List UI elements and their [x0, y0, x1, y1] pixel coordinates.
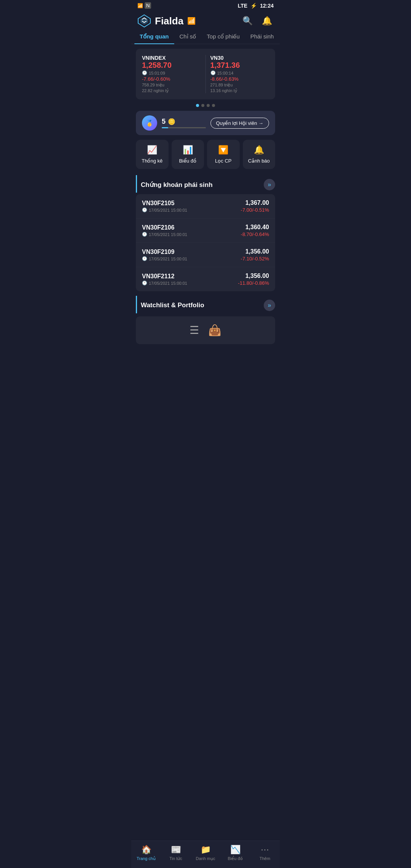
vnindex-value: 22.82 nghìn tỷ: [142, 88, 201, 93]
vn30-volume: 271.89 triệu: [210, 83, 269, 88]
dot-4: [212, 104, 215, 107]
watchlist-list-icon[interactable]: ☰: [190, 324, 199, 337]
logo-area: Fialda 📶: [137, 14, 196, 28]
header-actions: 🔍 🔔: [241, 14, 274, 27]
bieu-do-label: Biểu đồ: [179, 158, 196, 164]
watchlist-section-header: Watchlist & Portfolio »: [136, 296, 275, 313]
canh-bao-icon: 🔔: [254, 145, 264, 155]
nav-bieu-do[interactable]: 📉 Biểu đồ: [220, 845, 250, 861]
action-bieu-do[interactable]: 📊 Biểu đồ: [172, 140, 204, 169]
tab-chi-so[interactable]: Chỉ số: [174, 29, 202, 44]
action-thong-ke[interactable]: 📈 Thống kê: [136, 140, 169, 169]
vnindex-volume: 758.29 triệu: [142, 83, 201, 88]
clock-icon-s3: 🕐: [142, 281, 147, 286]
stock-change-vn30f2106: -8.70/-0.64%: [241, 231, 269, 237]
stock-time-vn30f2105: 🕐 17/05/2021 15:00:01: [142, 207, 187, 212]
status-right-info: LTE ⚡ 12:24: [238, 3, 274, 9]
watchlist-portfolio-icon[interactable]: 👜: [208, 324, 221, 337]
nav-trang-chu-icon: 🏠: [141, 845, 151, 855]
tab-top-co-phieu[interactable]: Top cổ phiếu: [201, 29, 245, 44]
notification-button[interactable]: 🔔: [260, 14, 274, 27]
dot-1: [196, 104, 199, 107]
derivative-stock-list: VN30F2105 🕐 17/05/2021 15:00:01 1,367.00…: [136, 194, 275, 291]
bottom-nav: 🏠 Trang chủ 📰 Tin tức 📁 Danh mục 📉 Biểu …: [131, 841, 280, 868]
clock-icon-s2: 🕐: [142, 256, 147, 261]
loc-cp-label: Lọc CP: [215, 158, 231, 164]
nav-them-icon: ⋯: [261, 845, 269, 855]
stock-time-vn30f2106: 🕐 17/05/2021 15:00:01: [142, 232, 187, 237]
stock-right-vn30f2106: 1,360.40 -8.70/-0.64%: [241, 224, 269, 237]
market-item-vn30: VN30 1,371.36 🕐 15:00:14 -8.66/-0.63% 27…: [206, 55, 269, 93]
derivative-more-button[interactable]: »: [264, 179, 275, 190]
action-loc-cp[interactable]: 🔽 Lọc CP: [207, 140, 240, 169]
nav-tin-tuc-label: Tin tức: [169, 856, 182, 861]
vn30-price: 1,371.36: [210, 61, 269, 70]
clock-icon-s0: 🕐: [142, 207, 147, 212]
watchlist-section: Watchlist & Portfolio » ☰ 👜: [136, 296, 275, 344]
vn30-name: VN30: [210, 55, 269, 61]
member-cta-button[interactable]: Quyền lợi Hội viên →: [210, 118, 269, 129]
sim-icon: 📶: [137, 3, 143, 8]
stock-left-vn30f2105: VN30F2105 🕐 17/05/2021 15:00:01: [142, 200, 187, 212]
market-item-vnindex: VNINDEX 1,258.70 🕐 15:01:09 -7.66/-0.60%…: [142, 55, 206, 93]
nav-trang-chu-label: Trang chủ: [137, 856, 156, 861]
vnindex-name: VNINDEX: [142, 55, 201, 61]
header: Fialda 📶 🔍 🔔: [131, 11, 280, 29]
member-banner: 🥇 5 🪙 Quyền lợi Hội viên →: [136, 111, 275, 135]
stock-item-vn30f2106[interactable]: VN30F2106 🕐 17/05/2021 15:00:01 1,360.40…: [136, 219, 275, 243]
nav-tin-tuc-icon: 📰: [171, 845, 181, 855]
watchlist-more-button[interactable]: »: [264, 300, 275, 311]
network-type: LTE: [238, 3, 247, 9]
battery-icon: ⚡: [250, 3, 257, 9]
member-points: 5: [162, 118, 166, 126]
market-card: VNINDEX 1,258.70 🕐 15:01:09 -7.66/-0.60%…: [136, 49, 275, 99]
loc-cp-icon: 🔽: [218, 145, 228, 155]
member-progress-fill: [162, 127, 168, 128]
nav-them-label: Thêm: [260, 856, 270, 861]
search-button[interactable]: 🔍: [241, 14, 254, 27]
fialda-logo-icon: [137, 14, 151, 28]
watchlist-section-title: Watchlist & Portfolio: [141, 302, 204, 309]
wifi-icon: 📶: [187, 17, 196, 25]
stock-price-vn30f2109: 1,356.00: [241, 248, 269, 255]
clock-icon-s1: 🕐: [142, 232, 147, 237]
stock-item-vn30f2105[interactable]: VN30F2105 🕐 17/05/2021 15:00:01 1,367.00…: [136, 194, 275, 219]
stock-right-vn30f2109: 1,356.00 -7.10/-0.52%: [241, 248, 269, 262]
nav-them[interactable]: ⋯ Thêm: [250, 845, 280, 861]
stock-change-vn30f2109: -7.10/-0.52%: [241, 256, 269, 262]
tab-tong-quan[interactable]: Tổng quan: [134, 29, 174, 44]
stock-change-vn30f2105: -7.00/-0.51%: [241, 207, 269, 213]
nav-tin-tuc[interactable]: 📰 Tin tức: [161, 845, 191, 861]
stock-symbol-vn30f2109: VN30F2109: [142, 249, 187, 255]
nav-danh-muc[interactable]: 📁 Danh mục: [191, 845, 220, 861]
stock-symbol-vn30f2112: VN30F2112: [142, 273, 187, 280]
vn30-change: -8.66/-0.63%: [210, 76, 269, 82]
stock-price-vn30f2112: 1,356.00: [238, 273, 269, 279]
stock-price-vn30f2106: 1,360.40: [241, 224, 269, 231]
action-canh-bao[interactable]: 🔔 Cảnh báo: [243, 140, 276, 169]
nav-danh-muc-icon: 📁: [201, 845, 211, 855]
clock-icon-vn30: 🕐: [210, 70, 216, 75]
stock-item-vn30f2109[interactable]: VN30F2109 🕐 17/05/2021 15:00:01 1,356.00…: [136, 243, 275, 267]
thong-ke-label: Thống kê: [142, 158, 162, 164]
vn30-time: 🕐 15:00:14: [210, 70, 269, 75]
clock: 12:24: [260, 3, 274, 9]
tab-phai-sinh[interactable]: Phái sinh: [245, 29, 279, 44]
nav-trang-chu[interactable]: 🏠 Trang chủ: [131, 845, 161, 861]
stock-price-vn30f2105: 1,367.00: [241, 199, 269, 206]
bieu-do-icon: 📊: [183, 145, 193, 155]
vn30-value: 13.16 nghìn tỷ: [210, 88, 269, 93]
vnindex-time: 🕐 15:01:09: [142, 70, 201, 75]
nav-bieu-do-icon: 📉: [230, 845, 241, 855]
stock-item-vn30f2112[interactable]: VN30F2112 🕐 17/05/2021 15:00:01 1,356.00…: [136, 267, 275, 291]
stock-left-vn30f2109: VN30F2109 🕐 17/05/2021 15:00:01: [142, 249, 187, 261]
member-info: 5 🪙: [162, 118, 206, 128]
tab-chung[interactable]: Chứng...: [279, 29, 280, 44]
vpn-icon: N: [145, 2, 151, 9]
logo-text: Fialda: [155, 15, 183, 27]
member-progress-bar: [162, 127, 206, 128]
derivative-section: Chứng khoán phái sinh » VN30F2105 🕐 17/0…: [136, 175, 275, 291]
derivative-section-title: Chứng khoán phái sinh: [141, 181, 213, 189]
stock-right-vn30f2112: 1,356.00 -11.80/-0.86%: [238, 273, 269, 286]
stock-time-vn30f2112: 🕐 17/05/2021 15:00:01: [142, 281, 187, 286]
